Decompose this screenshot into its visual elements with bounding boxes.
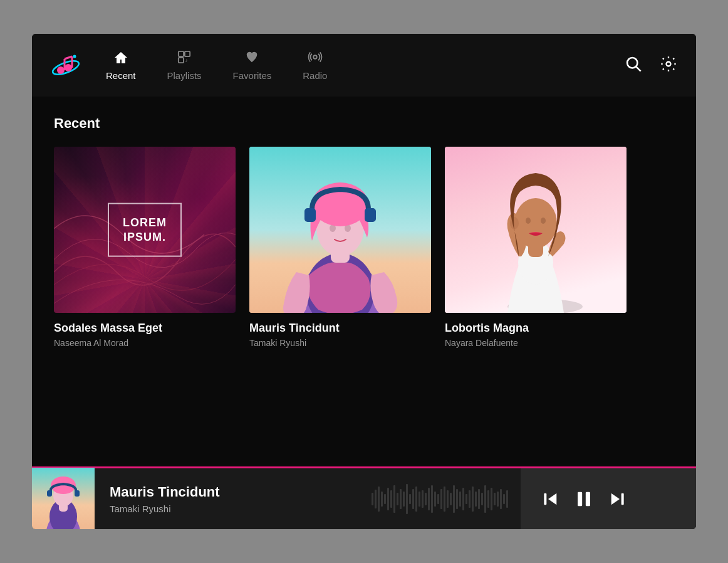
svg-point-32 <box>541 218 546 224</box>
svg-rect-86 <box>544 493 546 505</box>
card-lobortis[interactable]: Lobortis Magna Nayara Delafuente <box>445 147 627 348</box>
player-bar: Mauris Tincidunt Tamaki Ryushi <box>32 466 696 529</box>
svg-rect-87 <box>578 492 582 506</box>
svg-rect-24 <box>365 208 376 222</box>
svg-point-14 <box>667 62 671 66</box>
section-title: Recent <box>54 115 674 132</box>
card-sodales[interactable]: LOREM IPSUM. Sodales Massa Eget Naseema … <box>54 147 236 348</box>
pause-button[interactable] <box>573 488 595 510</box>
svg-rect-65 <box>447 490 449 508</box>
svg-rect-90 <box>621 493 624 505</box>
svg-rect-74 <box>475 492 477 507</box>
card-artwork-2 <box>249 147 431 313</box>
nav-label-favorites: Favorites <box>233 70 272 81</box>
svg-rect-69 <box>459 492 461 507</box>
svg-point-29 <box>514 198 557 248</box>
next-button[interactable] <box>607 489 627 509</box>
svg-point-12 <box>627 58 637 68</box>
card-artwork-3 <box>445 147 627 313</box>
nav-items: Recent ♪ Playlists <box>106 50 625 81</box>
prev-button[interactable] <box>541 489 561 509</box>
svg-rect-78 <box>487 490 489 508</box>
svg-rect-47 <box>390 490 392 508</box>
card-image-3 <box>445 147 627 313</box>
svg-marker-85 <box>548 493 556 505</box>
svg-marker-89 <box>611 493 620 505</box>
svg-rect-41 <box>372 493 373 505</box>
lorem-line1: LOREM <box>123 216 167 228</box>
settings-button[interactable] <box>660 55 677 75</box>
player-thumb-image <box>32 468 95 530</box>
lorem-ipsum-box: LOREM IPSUM. <box>108 203 182 257</box>
svg-line-5 <box>65 56 72 59</box>
svg-rect-60 <box>431 485 433 513</box>
card-subtitle-3: Nayara Delafuente <box>445 338 627 348</box>
svg-rect-55 <box>415 487 417 512</box>
svg-rect-57 <box>422 490 424 508</box>
svg-rect-23 <box>304 208 316 222</box>
nav-item-radio[interactable]: Radio <box>303 50 327 81</box>
player-track-artist: Tamaki Ryushi <box>110 503 355 514</box>
svg-rect-66 <box>450 493 452 505</box>
svg-rect-49 <box>397 493 398 505</box>
svg-rect-88 <box>586 492 590 506</box>
nav-right <box>625 55 677 75</box>
search-button[interactable] <box>625 55 642 75</box>
player-controls <box>521 468 696 529</box>
svg-line-13 <box>637 67 641 71</box>
card-image-1: LOREM IPSUM. <box>54 147 236 313</box>
card-mauris[interactable]: Mauris Tincidunt Tamaki Ryushi <box>249 147 431 348</box>
app-logo <box>51 50 81 80</box>
svg-rect-62 <box>437 494 439 504</box>
playlists-icon: ♪ <box>177 50 192 66</box>
svg-rect-80 <box>494 493 496 505</box>
svg-point-31 <box>526 218 531 224</box>
svg-rect-63 <box>440 489 442 509</box>
svg-point-2 <box>65 64 72 71</box>
lorem-line2: IPSUM. <box>123 231 166 243</box>
svg-rect-82 <box>500 489 502 509</box>
svg-point-1 <box>57 66 65 74</box>
svg-rect-53 <box>409 494 411 504</box>
svg-rect-59 <box>428 488 430 510</box>
svg-rect-54 <box>412 489 414 509</box>
nav-label-playlists: Playlists <box>167 70 202 81</box>
svg-rect-58 <box>425 493 427 505</box>
home-icon <box>113 50 128 66</box>
favorites-icon <box>244 50 259 66</box>
svg-rect-45 <box>384 494 386 504</box>
player-waveform <box>370 480 508 518</box>
svg-rect-43 <box>378 487 380 512</box>
svg-rect-40 <box>75 490 80 497</box>
nav-label-recent: Recent <box>106 70 136 81</box>
svg-rect-83 <box>503 494 505 504</box>
svg-rect-44 <box>381 492 383 507</box>
svg-rect-70 <box>462 488 464 510</box>
nav-item-playlists[interactable]: ♪ Playlists <box>167 50 202 81</box>
svg-rect-56 <box>419 492 420 507</box>
svg-rect-75 <box>478 489 480 509</box>
svg-rect-46 <box>387 488 389 510</box>
svg-point-30 <box>510 217 519 229</box>
svg-rect-76 <box>481 493 483 505</box>
svg-rect-67 <box>453 485 455 513</box>
cards-grid: LOREM IPSUM. Sodales Massa Eget Naseema … <box>54 147 674 348</box>
svg-rect-71 <box>465 494 467 504</box>
radio-icon <box>308 50 323 66</box>
card-subtitle-1: Naseema Al Morad <box>54 338 236 348</box>
card-subtitle-2: Tamaki Ryushi <box>249 338 431 348</box>
svg-rect-48 <box>393 485 395 513</box>
player-thumbnail <box>32 468 95 530</box>
nav-item-recent[interactable]: Recent <box>106 50 136 81</box>
svg-rect-77 <box>484 485 486 513</box>
nav-item-favorites[interactable]: Favorites <box>233 50 272 81</box>
svg-rect-52 <box>406 484 408 514</box>
svg-rect-73 <box>472 487 474 512</box>
svg-rect-72 <box>469 490 471 508</box>
card-image-2 <box>249 147 431 313</box>
card-artwork-1: LOREM IPSUM. <box>54 147 236 313</box>
svg-rect-64 <box>444 487 445 512</box>
svg-text:♪: ♪ <box>185 58 188 63</box>
svg-rect-8 <box>185 51 190 56</box>
svg-rect-68 <box>456 489 458 509</box>
